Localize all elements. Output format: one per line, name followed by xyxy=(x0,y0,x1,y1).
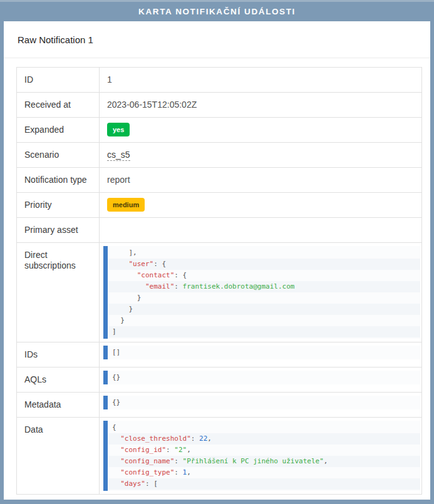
code-line: } xyxy=(108,304,420,315)
notification-event-page: KARTA NOTIFIKAČNÍ UDÁLOSTI Raw Notificat… xyxy=(0,0,434,504)
table-row: ID1 xyxy=(17,68,422,93)
status-badge: yes xyxy=(107,123,130,136)
code-line: "contact": { xyxy=(108,270,420,281)
scenario-link[interactable]: cs_s5 xyxy=(107,150,130,161)
table-row: Received at2023-06-15T12:05:02Z xyxy=(17,93,422,118)
row-label: Expanded xyxy=(17,118,100,143)
row-label: ID xyxy=(17,68,100,93)
row-value: cs_s5 xyxy=(100,143,422,168)
code-line: } xyxy=(108,292,420,304)
json-code-block: { "close_threshold": 22, "config_id": "2… xyxy=(103,421,420,491)
row-label: Metadata xyxy=(17,393,100,418)
code-line: [] xyxy=(108,347,420,358)
code-line: "config_name": "Přihlášení k PC jiného u… xyxy=(108,456,420,467)
table-row: Notification typereport xyxy=(17,168,422,193)
json-code-block: {} xyxy=(103,371,420,384)
code-line: "email": frantisek.dobrota@gmail.com xyxy=(108,281,420,292)
code-line: "close_threshold": 22, xyxy=(108,433,420,445)
card-title-row: Raw Notification 1 xyxy=(4,21,430,58)
code-line: {} xyxy=(108,397,420,408)
table-row: Primary asset xyxy=(17,218,422,243)
code-line: "config_type": 1, xyxy=(108,467,420,478)
row-value: report xyxy=(100,168,422,193)
json-code-block: ], "user": { "contact": { "email": frant… xyxy=(103,246,420,339)
table-row: Scenariocs_s5 xyxy=(17,143,422,168)
row-label: Priority xyxy=(17,193,100,218)
table-row: IDs[] xyxy=(17,342,422,368)
event-table: ID1Received at2023-06-15T12:05:02ZExpand… xyxy=(16,67,422,495)
row-label: Received at xyxy=(17,93,100,118)
json-code-block: {} xyxy=(103,396,420,409)
code-line: { xyxy=(108,422,420,433)
table-row: Prioritymedium xyxy=(17,193,422,218)
code-line: "user": { xyxy=(108,259,420,270)
code-line: } xyxy=(108,315,420,326)
row-value: yes xyxy=(100,118,422,143)
row-label: Scenario xyxy=(17,143,100,168)
code-line: ], xyxy=(108,247,420,259)
row-value: ], "user": { "contact": { "email": frant… xyxy=(100,243,422,342)
row-value: {} xyxy=(100,368,422,393)
row-value xyxy=(100,218,422,243)
code-line: "config_id": "2", xyxy=(108,445,420,456)
table-row: Direct subscriptions ], "user": { "conta… xyxy=(17,243,422,342)
code-line: ] xyxy=(108,326,420,337)
code-line: {} xyxy=(108,372,420,383)
json-code-block: [] xyxy=(103,346,420,359)
table-row: Data{ "close_threshold": 22, "config_id"… xyxy=(17,418,422,495)
row-label: AQLs xyxy=(17,368,100,393)
page-header-bar: KARTA NOTIFIKAČNÍ UDÁLOSTI xyxy=(4,2,430,21)
row-label: Primary asset xyxy=(17,218,100,243)
row-value: { "close_threshold": 22, "config_id": "2… xyxy=(100,418,422,495)
row-value: 2023-06-15T12:05:02Z xyxy=(100,93,422,118)
notification-card: Raw Notification 1 ID1Received at2023-06… xyxy=(4,21,430,500)
code-line: "days": [ xyxy=(108,478,420,490)
event-table-wrap: ID1Received at2023-06-15T12:05:02ZExpand… xyxy=(4,58,430,495)
row-value: medium xyxy=(100,193,422,218)
card-title: Raw Notification 1 xyxy=(18,34,93,45)
table-row: Expandedyes xyxy=(17,118,422,143)
row-label: Notification type xyxy=(17,168,100,193)
row-value: [] xyxy=(100,342,422,368)
table-row: AQLs{} xyxy=(17,368,422,393)
row-label: Data xyxy=(17,418,100,495)
row-label: IDs xyxy=(17,342,100,368)
page-title: KARTA NOTIFIKAČNÍ UDÁLOSTI xyxy=(138,7,296,16)
row-value: 1 xyxy=(100,68,422,93)
row-value: {} xyxy=(100,393,422,418)
status-badge: medium xyxy=(107,198,145,212)
table-row: Metadata{} xyxy=(17,393,422,418)
event-table-body: ID1Received at2023-06-15T12:05:02ZExpand… xyxy=(17,68,422,495)
row-label: Direct subscriptions xyxy=(17,243,100,342)
